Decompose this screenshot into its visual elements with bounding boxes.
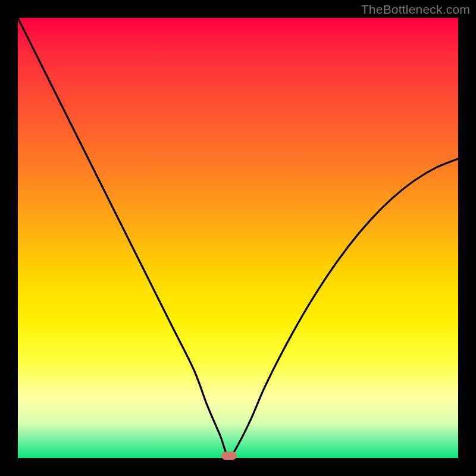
curve-path <box>18 18 458 458</box>
minimum-marker <box>221 452 237 460</box>
bottleneck-curve <box>18 18 458 458</box>
watermark-text: TheBottleneck.com <box>361 2 470 17</box>
chart-stage: TheBottleneck.com <box>0 0 476 476</box>
plot-area <box>18 18 458 458</box>
